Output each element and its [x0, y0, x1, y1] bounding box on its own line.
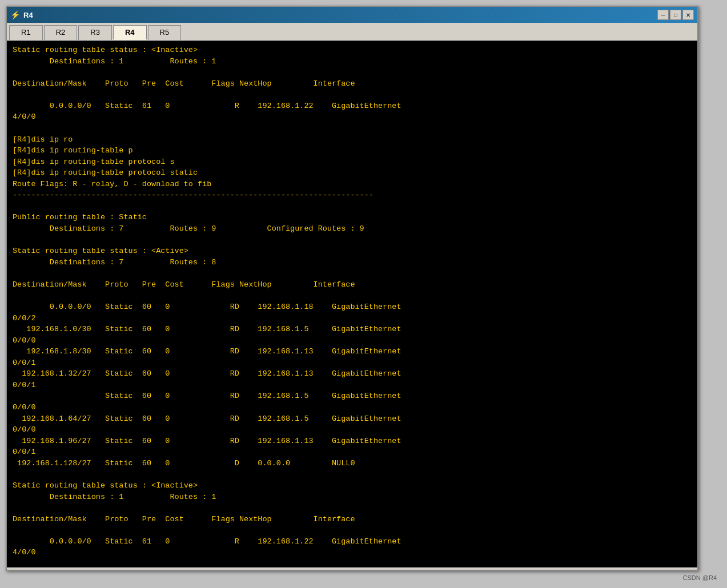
- title-bar: ⚡ R4 ─ □ ✕: [7, 7, 697, 23]
- close-button[interactable]: ✕: [682, 10, 694, 20]
- tab-r2[interactable]: R2: [44, 25, 78, 40]
- window-title: R4: [23, 11, 33, 19]
- main-window: ⚡ R4 ─ □ ✕ R1 R2 R3 R4 R5 Static routing…: [6, 6, 698, 571]
- tab-bar: R1 R2 R3 R4 R5: [7, 23, 697, 41]
- terminal-output: Static routing table status : <Inactive>…: [7, 41, 697, 567]
- title-controls: ─ □ ✕: [657, 10, 694, 20]
- tab-r4[interactable]: R4: [113, 25, 147, 40]
- tab-r1[interactable]: R1: [9, 25, 43, 40]
- minimize-button[interactable]: ─: [657, 10, 669, 20]
- tab-r5[interactable]: R5: [148, 25, 182, 40]
- app-icon: ⚡: [10, 10, 20, 19]
- restore-button[interactable]: □: [670, 10, 681, 20]
- tab-r3[interactable]: R3: [78, 25, 112, 40]
- watermark: CSDN @R4: [683, 574, 717, 581]
- title-bar-left: ⚡ R4: [10, 10, 33, 19]
